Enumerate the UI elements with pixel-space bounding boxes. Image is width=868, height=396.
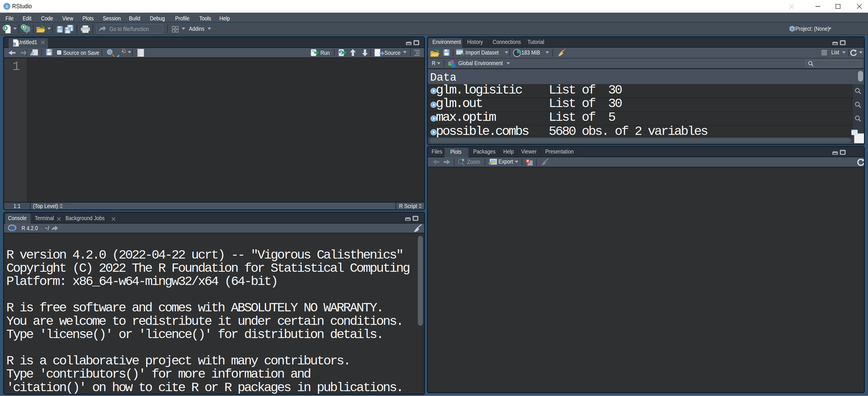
svg-text:R: R bbox=[25, 28, 28, 33]
svg-text:R: R bbox=[10, 225, 16, 232]
svg-text:R: R bbox=[5, 4, 8, 9]
svg-text:R: R bbox=[13, 43, 16, 46]
svg-text:R: R bbox=[791, 27, 793, 31]
